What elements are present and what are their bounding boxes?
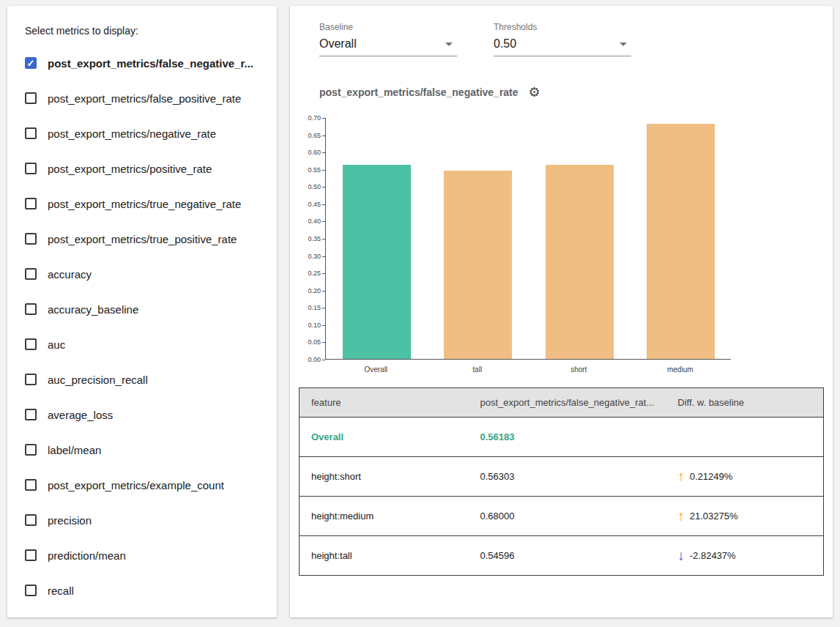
checkbox-icon[interactable]: ✓ <box>25 233 37 245</box>
metric-selector-panel: Select metrics to display: ✓ post_export… <box>7 6 277 617</box>
diff-arrow-icon: ↑ <box>677 509 685 523</box>
metric-label: auc_precision_recall <box>48 374 148 386</box>
metric-checkbox-item[interactable]: ✓ precision <box>25 502 259 538</box>
metric-checkbox-item[interactable]: ✓ post_export_metrics/true_positive_rate <box>25 221 259 256</box>
checkbox-icon[interactable]: ✓ <box>25 444 37 456</box>
ytick-mark <box>322 170 325 171</box>
diff-value: -2.82437% <box>690 550 736 561</box>
metric-label: post_export_metrics/example_count <box>48 479 224 491</box>
thresholds-value: 0.50 <box>494 37 516 51</box>
header-metric: post_export_metrics/false_negative_rat..… <box>469 388 666 418</box>
metric-checkbox-item[interactable]: ✓ post_export_metrics/positive_rate <box>25 151 259 186</box>
metric-checkbox-item[interactable]: ✓ auc_precision_recall <box>25 362 259 397</box>
metrics-list: ✓ post_export_metrics/false_negative_r..… <box>25 45 259 608</box>
checkbox-icon[interactable]: ✓ <box>25 374 37 385</box>
ytick-mark <box>322 360 325 360</box>
bar-medium[interactable] <box>647 124 715 359</box>
table-row: height:medium 0.68000 ↑ 21.03275% <box>300 497 824 536</box>
metric-checkbox-item[interactable]: ✓ post_export_metrics/true_negative_rate <box>25 186 259 221</box>
baseline-select[interactable]: Overall <box>319 36 457 56</box>
ytick-mark <box>322 152 325 153</box>
metric-checkbox-item[interactable]: ✓ label/mean <box>25 432 259 467</box>
thresholds-select[interactable]: 0.50 <box>494 36 631 56</box>
ytick-label: 0.55 <box>303 166 321 174</box>
xaxis-label: medium <box>630 366 732 374</box>
ytick-label: 0.20 <box>303 287 321 294</box>
ytick-mark <box>322 308 325 308</box>
metric-checkbox-item[interactable]: ✓ post_export_metrics/false_negative_r..… <box>25 45 259 81</box>
checkbox-icon[interactable]: ✓ <box>25 268 37 280</box>
ytick-label: 0.65 <box>303 132 321 139</box>
metric-checkbox-item[interactable]: ✓ prediction/mean <box>25 538 259 573</box>
metric-checkbox-item[interactable]: ✓ post_export_metrics/negative_rate <box>25 116 259 151</box>
dropdown-caret-icon <box>445 42 453 46</box>
metric-checkbox-item[interactable]: ✓ auc <box>25 327 259 362</box>
metric-label: post_export_metrics/false_positive_rate <box>48 92 241 105</box>
metric-checkbox-item[interactable]: ✓ accuracy_baseline <box>25 292 259 327</box>
checkbox-icon[interactable]: ✓ <box>25 198 37 209</box>
metric-label: post_export_metrics/false_negative_r... <box>48 57 253 70</box>
bar-short[interactable] <box>546 165 614 359</box>
ytick-mark <box>322 118 325 119</box>
checkbox-icon[interactable]: ✓ <box>25 479 37 491</box>
checkbox-icon[interactable]: ✓ <box>25 585 37 596</box>
bar-chart: 0.000.050.100.150.200.250.300.350.400.45… <box>303 114 743 376</box>
checkbox-icon[interactable]: ✓ <box>25 409 37 420</box>
value-cell: 0.54596 <box>469 536 666 576</box>
table-row: Overall 0.56183 <box>300 418 824 457</box>
thresholds-control: Thresholds 0.50 <box>494 22 631 56</box>
metric-label: post_export_metrics/negative_rate <box>48 127 216 140</box>
checkbox-icon[interactable]: ✓ <box>25 303 37 315</box>
controls-row: Baseline Overall Thresholds 0.50 <box>319 22 833 56</box>
metric-checkbox-item[interactable]: ✓ post_export_metrics/false_positive_rat… <box>25 81 259 116</box>
ytick-label: 0.30 <box>303 253 321 260</box>
diff-arrow-icon: ↓ <box>677 549 685 563</box>
baseline-value: Overall <box>319 37 357 51</box>
feature-cell: height:medium <box>300 497 469 536</box>
ytick-label: 0.45 <box>303 201 321 208</box>
metric-label: average_loss <box>48 409 113 421</box>
ytick-label: 0.25 <box>303 270 321 277</box>
diff-cell: ↑ 21.03275% <box>677 509 811 523</box>
dropdown-caret-icon <box>620 42 627 46</box>
metric-checkbox-item[interactable]: ✓ recall <box>25 573 259 608</box>
metric-label: precision <box>48 514 92 527</box>
ytick-label: 0.35 <box>303 235 321 242</box>
ytick-mark <box>322 273 325 274</box>
ytick-mark <box>322 187 325 188</box>
value-cell: 0.68000 <box>469 497 666 536</box>
ytick-label: 0.15 <box>303 304 321 311</box>
ytick-label: 0.50 <box>303 183 321 190</box>
checkbox-icon[interactable]: ✓ <box>25 549 37 561</box>
checkbox-icon[interactable]: ✓ <box>25 514 37 526</box>
diff-cell: ↑ 0.21249% <box>677 470 811 483</box>
metric-checkbox-item[interactable]: ✓ average_loss <box>25 397 259 432</box>
metric-label: accuracy_baseline <box>48 303 138 316</box>
checkmark-icon: ✓ <box>27 59 35 68</box>
table-row: height:tall 0.54596 ↓ -2.82437% <box>300 536 824 576</box>
checkbox-icon[interactable]: ✓ <box>25 92 37 104</box>
metric-label: auc <box>48 338 65 351</box>
settings-gear-icon[interactable]: ⚙ <box>529 86 540 99</box>
ytick-mark <box>322 204 325 205</box>
metric-checkbox-item[interactable]: ✓ accuracy <box>25 256 259 292</box>
metric-checkbox-item[interactable]: ✓ post_export_metrics/example_count <box>25 467 259 502</box>
metrics-display-panel: Baseline Overall Thresholds 0.50 post_ex… <box>290 6 833 617</box>
checkbox-icon[interactable]: ✓ <box>25 163 37 174</box>
bar-Overall[interactable] <box>343 165 411 359</box>
header-feature: feature <box>300 388 469 418</box>
ytick-mark <box>322 221 325 222</box>
diff-cell <box>677 430 811 444</box>
bar-tall[interactable] <box>444 171 512 359</box>
thresholds-label: Thresholds <box>494 22 631 32</box>
diff-arrow-icon: ↑ <box>677 470 685 483</box>
panel-title: Select metrics to display: <box>25 25 259 37</box>
checkbox-icon[interactable]: ✓ <box>25 338 37 350</box>
chart-title: post_export_metrics/false_negative_rate <box>319 86 519 98</box>
ytick-mark <box>322 239 325 240</box>
checkbox-icon[interactable]: ✓ <box>25 57 37 69</box>
chart-plot <box>325 118 731 360</box>
checkbox-icon[interactable]: ✓ <box>25 127 37 139</box>
ytick-label: 0.40 <box>303 218 321 225</box>
metrics-table: feature post_export_metrics/false_negati… <box>299 387 824 576</box>
